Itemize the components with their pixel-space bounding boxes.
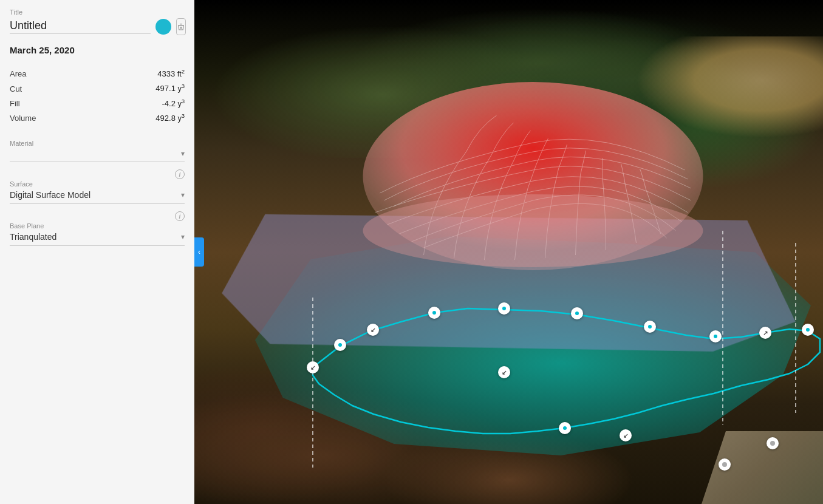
surface-value: Digital Surface Model <box>10 190 90 200</box>
stat-row-volume: Volume 492.8 y3 <box>10 111 185 125</box>
surface-dropdown[interactable]: Digital Surface Model ▾ <box>10 190 185 204</box>
cut-value: 497.1 y3 <box>155 83 185 93</box>
trash-icon <box>177 22 185 31</box>
base-plane-info-row: i <box>10 211 185 221</box>
fill-value: -4.2 y3 <box>162 98 185 108</box>
base-plane-field-group: i Base Plane Trianqulated ▾ <box>10 211 185 246</box>
chevron-left-icon: ‹ <box>198 248 200 256</box>
stat-row-area: Area 4333 ft2 <box>10 66 185 81</box>
surface-info-row: i <box>10 169 185 179</box>
svg-rect-1 <box>180 24 182 24</box>
area-value: 4333 ft2 <box>157 69 185 78</box>
base-plane-info-icon[interactable]: i <box>175 211 185 221</box>
viewport[interactable]: ↙ ↙ ↗ ↗ ↗ ↘ ↘ ↙ ↙ ↙ <box>194 0 823 504</box>
title-input[interactable] <box>10 19 151 34</box>
red-surface-mesh <box>292 79 774 285</box>
base-plane-dropdown[interactable]: Trianqulated ▾ <box>10 232 185 246</box>
stats-table: Area 4333 ft2 Cut 497.1 y3 Fill -4.2 y3 … <box>10 66 185 125</box>
material-label: Material <box>10 140 185 147</box>
color-picker-dot[interactable] <box>155 19 171 35</box>
date-heading: March 25, 2020 <box>10 45 185 55</box>
title-row <box>10 18 185 35</box>
svg-point-6 <box>363 194 703 267</box>
volume-label: Volume <box>10 114 36 123</box>
fill-label: Fill <box>10 99 20 108</box>
material-dropdown[interactable]: ▾ <box>10 149 185 162</box>
area-label: Area <box>10 69 26 78</box>
material-field-group: Material ▾ <box>10 140 185 162</box>
surface-arrow-icon: ▾ <box>181 191 185 199</box>
stat-row-fill: Fill -4.2 y3 <box>10 96 185 111</box>
base-plane-value: Trianqulated <box>10 232 56 242</box>
panel-toggle-button[interactable]: ‹ <box>194 237 204 267</box>
surface-info-icon[interactable]: i <box>175 169 185 179</box>
cut-label: Cut <box>10 84 22 94</box>
delete-button[interactable] <box>176 18 186 35</box>
material-arrow-icon: ▾ <box>181 149 185 158</box>
volume-value: 492.8 y3 <box>155 113 185 123</box>
surface-field-group: i Surface Digital Surface Model ▾ <box>10 169 185 204</box>
base-plane-arrow-icon: ▾ <box>181 233 185 241</box>
svg-rect-0 <box>178 25 184 26</box>
title-label: Title <box>10 9 185 16</box>
surface-label: Surface <box>10 180 185 188</box>
left-panel: Title March 25, 2020 Area 4333 ft2 Cut 4… <box>0 0 194 504</box>
stat-row-cut: Cut 497.1 y3 <box>10 81 185 95</box>
base-plane-label: Base Plane <box>10 222 185 230</box>
3d-canvas: ↙ ↙ ↗ ↗ ↗ ↘ ↘ ↙ ↙ ↙ <box>194 0 823 504</box>
